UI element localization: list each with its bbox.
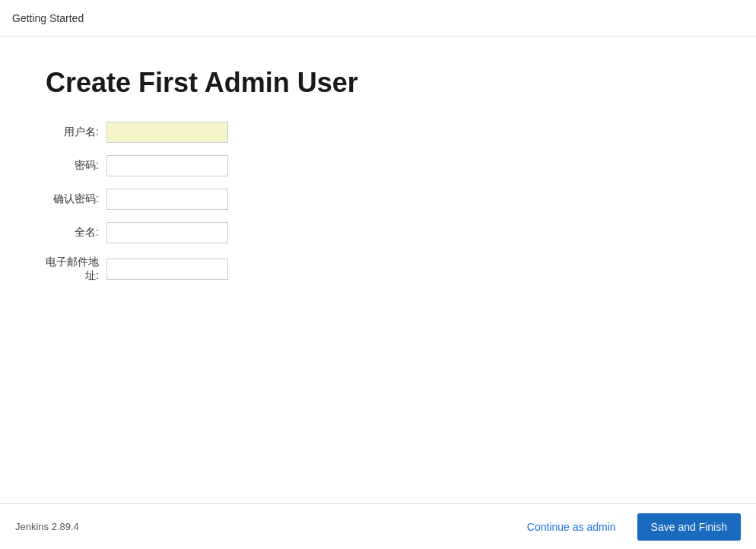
version-label: Jenkins 2.89.4 — [15, 521, 79, 532]
footer-actions: Continue as admin Save and Finish — [518, 513, 741, 541]
save-and-finish-button[interactable]: Save and Finish — [637, 513, 741, 541]
form-container: Create First Admin User 用户名: 密码: 确认密码: 全… — [0, 36, 756, 503]
confirm-password-label: 确认密码: — [46, 192, 106, 206]
username-input[interactable] — [106, 122, 228, 143]
header: Getting Started — [0, 0, 756, 36]
confirm-password-group: 确认密码: — [46, 189, 710, 210]
password-group: 密码: — [46, 155, 710, 176]
continue-as-admin-button[interactable]: Continue as admin — [518, 515, 625, 539]
username-group: 用户名: — [46, 122, 710, 143]
page-title: Create First Admin User — [46, 67, 710, 99]
username-label: 用户名: — [46, 125, 106, 139]
header-title: Getting Started — [12, 12, 84, 24]
fullname-group: 全名: — [46, 222, 710, 243]
fullname-label: 全名: — [46, 226, 106, 240]
password-label: 密码: — [46, 159, 106, 173]
password-input[interactable] — [106, 155, 228, 176]
footer: Jenkins 2.89.4 Continue as admin Save an… — [0, 503, 756, 549]
email-group: 电子邮件地址: — [46, 255, 710, 283]
main-content: Create First Admin User 用户名: 密码: 确认密码: 全… — [0, 36, 756, 503]
email-input[interactable] — [106, 259, 228, 280]
fullname-input[interactable] — [106, 222, 228, 243]
confirm-password-input[interactable] — [106, 189, 228, 210]
email-label: 电子邮件地址: — [46, 255, 106, 283]
